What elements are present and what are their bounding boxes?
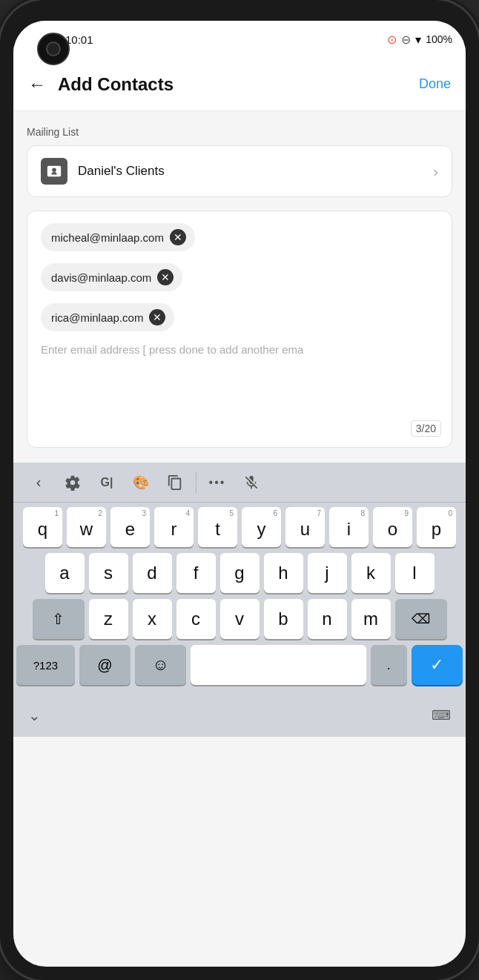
email-chip-1[interactable]: micheal@minlaap.com ✕	[41, 223, 195, 251]
key-w[interactable]: 2w	[67, 507, 106, 547]
mailing-list-card[interactable]: Daniel's Clients ›	[27, 145, 452, 197]
back-button[interactable]: ←	[28, 74, 46, 95]
key-e[interactable]: 3e	[110, 507, 150, 547]
status-icons: ⊙ ⊖ ▾ 100%	[387, 33, 452, 47]
keyboard-settings-button[interactable]	[56, 466, 89, 499]
enter-key[interactable]: ✓	[412, 645, 463, 685]
key-a[interactable]: a	[45, 553, 85, 593]
key-k[interactable]: k	[351, 553, 391, 593]
keyboard-row-4: ?123 @ ☺ . ✓	[16, 645, 463, 685]
email-chip-3[interactable]: rica@minlaap.com ✕	[41, 303, 174, 331]
app-bar: ← Add Contacts Done	[13, 58, 466, 111]
space-key[interactable]	[191, 645, 366, 685]
key-r[interactable]: 4r	[154, 507, 194, 547]
status-time: 10:01	[65, 33, 93, 46]
sym-key[interactable]: ?123	[16, 645, 75, 685]
front-camera	[37, 33, 70, 65]
keyboard-mic-off-button[interactable]	[235, 466, 268, 499]
email-count-badge: 3/20	[411, 420, 441, 437]
page-title: Add Contacts	[58, 74, 419, 95]
mailing-list-name: Daniel's Clients	[78, 164, 433, 179]
keyboard-palette-button[interactable]: 🎨	[125, 466, 157, 499]
key-l[interactable]: l	[395, 553, 435, 593]
email-address-2: davis@minlaap.com	[51, 271, 151, 284]
email-input-area[interactable]: micheal@minlaap.com ✕ davis@minlaap.com …	[27, 211, 452, 448]
keyboard-toolbar: ‹ G| 🎨 •••	[13, 463, 466, 503]
email-chip-row-1: micheal@minlaap.com ✕	[41, 223, 438, 260]
key-d[interactable]: d	[133, 553, 172, 593]
key-n[interactable]: n	[308, 599, 347, 639]
collapse-keyboard-icon[interactable]: ⌄	[28, 706, 41, 724]
shift-key[interactable]: ⇧	[33, 599, 85, 639]
key-s[interactable]: s	[89, 553, 128, 593]
done-button[interactable]: Done	[419, 76, 451, 92]
email-input-placeholder[interactable]: Enter email address [ press done to add …	[41, 343, 438, 356]
chevron-right-icon: ›	[433, 163, 438, 180]
key-t[interactable]: 5t	[198, 507, 237, 547]
phone-shell: 10:01 ⊙ ⊖ ▾ 100% ← Add Contacts Done Mai…	[0, 0, 479, 980]
key-q[interactable]: 1q	[23, 507, 62, 547]
email-address-1: micheal@minlaap.com	[51, 231, 164, 244]
key-z[interactable]: z	[89, 599, 128, 639]
toolbar-separator	[196, 471, 196, 494]
key-h[interactable]: h	[264, 553, 303, 593]
phone-screen: 10:01 ⊙ ⊖ ▾ 100% ← Add Contacts Done Mai…	[13, 21, 466, 967]
key-b[interactable]: b	[264, 599, 303, 639]
remove-email-1-button[interactable]: ✕	[170, 229, 186, 245]
remove-email-2-button[interactable]: ✕	[157, 269, 174, 285]
battery-icon: 100%	[426, 33, 452, 45]
status-bar: 10:01 ⊙ ⊖ ▾ 100%	[13, 21, 466, 58]
emoji-key[interactable]: ☺	[135, 645, 186, 685]
key-f[interactable]: f	[176, 553, 216, 593]
wifi-icon: ▾	[415, 33, 421, 47]
email-address-3: rica@minlaap.com	[51, 311, 143, 324]
key-o[interactable]: 9o	[373, 507, 412, 547]
key-c[interactable]: c	[176, 599, 216, 639]
at-key[interactable]: @	[79, 645, 131, 685]
keyboard-row-1: 1q 2w 3e 4r 5t 6y 7u 8i 9o 0p	[16, 507, 463, 547]
keyboard-back-button[interactable]: ‹	[22, 466, 55, 499]
mailing-list-label: Mailing List	[27, 126, 452, 138]
keyboard-clipboard-button[interactable]	[159, 466, 191, 499]
backspace-key[interactable]: ⌫	[395, 599, 447, 639]
keyboard: 1q 2w 3e 4r 5t 6y 7u 8i 9o 0p a s d f g …	[13, 503, 466, 694]
minus-icon: ⊖	[401, 33, 411, 47]
keyboard-more-button[interactable]: •••	[201, 466, 234, 499]
key-v[interactable]: v	[220, 599, 260, 639]
remove-email-3-button[interactable]: ✕	[149, 309, 165, 325]
keyboard-layout-icon[interactable]: ⌨	[432, 707, 451, 724]
key-j[interactable]: j	[308, 553, 347, 593]
key-g[interactable]: g	[220, 553, 260, 593]
key-p[interactable]: 0p	[417, 507, 456, 547]
bottom-bar: ⌄ ⌨	[13, 694, 466, 737]
key-y[interactable]: 6y	[242, 507, 281, 547]
dot-key[interactable]: .	[371, 645, 407, 685]
key-u[interactable]: 7u	[285, 507, 325, 547]
keyboard-row-2: a s d f g h j k l	[16, 553, 463, 593]
keyboard-row-3: ⇧ z x c v b n m ⌫	[16, 599, 463, 639]
key-i[interactable]: 8i	[329, 507, 369, 547]
key-m[interactable]: m	[351, 599, 391, 639]
key-x[interactable]: x	[133, 599, 172, 639]
screen-record-icon: ⊙	[387, 33, 397, 47]
email-chip-row-3: rica@minlaap.com ✕	[41, 303, 438, 340]
content-area: Mailing List Daniel's Clients › micheal@…	[13, 111, 466, 463]
keyboard-translate-button[interactable]: G|	[90, 466, 123, 499]
email-chip-2[interactable]: davis@minlaap.com ✕	[41, 263, 182, 291]
contact-book-icon	[41, 158, 67, 185]
email-chip-row-2: davis@minlaap.com ✕	[41, 263, 438, 300]
